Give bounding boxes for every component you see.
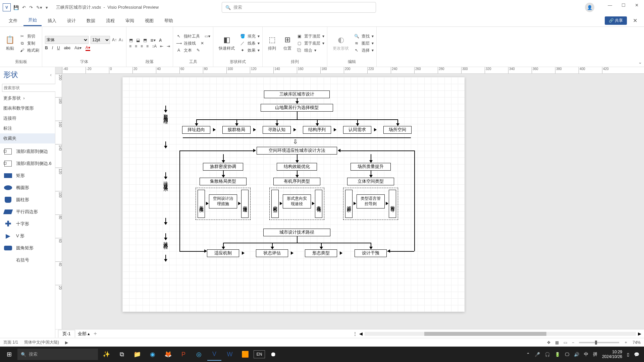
tab-data[interactable]: 数据 <box>82 16 100 26</box>
shape-item-tb1[interactable]: 顶部/底部到侧边 <box>2 145 53 158</box>
ime-en-icon[interactable]: EN <box>254 350 265 358</box>
quick-styles-button[interactable]: ◧快速样式 <box>216 34 237 53</box>
node-p-0[interactable]: 适应机制 <box>207 249 239 257</box>
font-color-button[interactable]: A▾ <box>86 45 90 51</box>
format-painter-button[interactable]: 🖌格式刷 <box>19 48 39 53</box>
collapse-ribbon-icon[interactable]: ✕ <box>630 16 640 25</box>
node-r1-3[interactable]: 结构序列 <box>303 126 331 134</box>
tab-file[interactable]: 文件 <box>4 16 22 26</box>
pointer-tool-button[interactable]: ↖指针工具 ▭▾ <box>176 34 210 39</box>
indent-inc-icon[interactable]: ⇥ <box>167 44 170 49</box>
scroll-menu-icon[interactable]: ⋮ <box>353 331 357 336</box>
taskbar-search[interactable]: 🔍搜索 <box>17 349 98 360</box>
effect-button[interactable]: ✦效果▾ <box>239 48 260 53</box>
maximize-icon[interactable]: ☐ <box>622 3 626 12</box>
justify-icon[interactable]: ≡ <box>146 44 149 49</box>
presentation-icon[interactable]: ▭ <box>564 340 567 345</box>
explorer-icon[interactable]: 📁 <box>130 348 144 361</box>
cut-button[interactable]: ✂剪切 <box>19 34 39 39</box>
copy-button[interactable]: ⧉复制 <box>19 41 39 46</box>
tray-notif-icon[interactable]: ▯ <box>627 352 629 357</box>
tab-design[interactable]: 设计 <box>62 16 80 26</box>
cell-b2-0[interactable]: 词汇分析 <box>345 190 353 218</box>
record-icon[interactable]: ⏺ <box>266 348 280 361</box>
shape-item-rect[interactable]: 矩形 <box>2 170 53 182</box>
cell-b0-2[interactable]: 密度治理 <box>241 190 249 218</box>
align-left-icon[interactable]: ≡ <box>129 44 131 49</box>
node-r1-0[interactable]: 择址趋向 <box>182 126 210 134</box>
font-family-select[interactable]: 宋体 <box>45 36 89 44</box>
node-b2-type[interactable]: 立体空间类型 <box>347 178 394 185</box>
powerpoint-icon[interactable]: P <box>176 348 191 361</box>
cat-favorites[interactable]: 收藏夹 <box>0 133 55 143</box>
tray-battery-icon[interactable]: 🔋 <box>555 352 560 357</box>
position-button[interactable]: ⊞位置 <box>281 34 294 53</box>
save-icon[interactable]: 💾 <box>13 5 19 10</box>
cell-b2-1[interactable]: 类型语言管控导则 <box>357 194 385 208</box>
underline-button[interactable]: U <box>57 46 60 50</box>
font-size-select[interactable]: 12pt <box>91 36 110 44</box>
align-top-icon[interactable]: ⬒ <box>129 38 133 43</box>
group-button[interactable]: ⿻组合▾ <box>296 48 324 53</box>
cell-b0-0[interactable]: 形态推演 <box>198 190 205 218</box>
status-lang[interactable]: 简体中文(中国大陆) <box>24 340 59 345</box>
node-path-hub[interactable]: 城市设计技术路径 <box>263 229 330 236</box>
firefox-icon[interactable]: 🦊 <box>161 348 175 361</box>
node-b0-head[interactable]: 族群密度协调 <box>203 163 243 171</box>
bold-button[interactable]: B <box>45 46 48 50</box>
search-box[interactable]: 🔍 搜索 <box>222 2 376 13</box>
user-avatar-icon[interactable]: 👤 <box>585 3 594 12</box>
tray-headset-icon[interactable]: 🎧 <box>545 352 550 357</box>
align-middle-icon[interactable]: ⬓ <box>136 38 140 43</box>
zoom-in-icon[interactable]: ＋ <box>624 340 628 345</box>
cell-b1-0[interactable]: 空间构型 <box>271 190 279 218</box>
tray-ime-pin[interactable]: 拼 <box>593 351 597 357</box>
ink-tool-icon[interactable]: ✎ <box>197 48 200 53</box>
tab-process[interactable]: 流程 <box>101 16 119 26</box>
node-b1-type[interactable]: 有机序列类型 <box>273 178 320 185</box>
cell-b2-2[interactable]: 管控引导 <box>389 190 396 218</box>
tab-view[interactable]: 视图 <box>140 16 158 26</box>
cat-more-shapes[interactable]: 更多形状 › <box>0 93 55 103</box>
tray-action-icon[interactable]: 💬 <box>634 352 639 357</box>
word-icon[interactable]: W <box>223 348 237 361</box>
collapse-panel-icon[interactable]: ‹ <box>50 72 52 77</box>
minimize-icon[interactable]: — <box>608 3 612 12</box>
increase-font-icon[interactable]: A↑ <box>112 38 117 42</box>
cell-b1-2[interactable]: 意向强化 <box>315 190 322 218</box>
fill-button[interactable]: 🪣填充▾ <box>239 34 260 39</box>
shape-item-cylinder[interactable]: 圆柱形 <box>2 194 53 206</box>
cat-charts[interactable]: 图表和数学图形 <box>0 103 55 113</box>
shape-item-round[interactable]: 圆角矩形 <box>2 242 53 254</box>
indent-dec-icon[interactable]: ⇤ <box>160 44 163 49</box>
macro-icon[interactable]: ▶ <box>65 340 68 345</box>
node-b0-type[interactable]: 集散格局类型 <box>200 178 247 185</box>
tray-chevron-icon[interactable]: ⌃ <box>526 352 530 357</box>
node-p-1[interactable]: 状态评估 <box>256 249 288 257</box>
zoom-slider[interactable] <box>579 342 619 343</box>
tray-clock[interactable]: 10:292024/10/26 <box>602 350 622 359</box>
node-p-3[interactable]: 设计干预 <box>355 249 387 257</box>
node-b2-head[interactable]: 场所质量提升 <box>351 163 391 171</box>
tab-insert[interactable]: 插入 <box>43 16 61 26</box>
delete-tool-icon[interactable]: ✕ <box>201 41 204 46</box>
cat-connectors[interactable]: 连接符 <box>0 113 55 123</box>
fit-icon[interactable]: ▦ <box>555 340 559 345</box>
page-tab-all[interactable]: 全部 ▴ <box>78 331 90 337</box>
task-view-icon[interactable]: ⧉ <box>115 348 129 361</box>
layer-button[interactable]: ≋图层▾ <box>354 41 374 46</box>
collapse-ribbon-chevron-icon[interactable]: ⌄ <box>638 60 642 65</box>
bullets-icon[interactable]: ≣▾ <box>150 38 156 43</box>
align-center-icon[interactable]: ≡ <box>135 44 137 49</box>
edge-icon[interactable]: ◉ <box>146 348 160 361</box>
cat-callouts[interactable]: 标注 <box>0 123 55 133</box>
scroll-left-icon[interactable]: ◀ <box>359 331 363 336</box>
node-r1-4[interactable]: 认同需求 <box>343 126 371 134</box>
node-title[interactable]: 三峡库区城市设计 <box>264 90 330 98</box>
connector-tool-button[interactable]: ⟶连接线 ✕ <box>176 41 210 46</box>
shape-item-cross[interactable]: ✚十字形 <box>2 218 53 230</box>
node-b1-head[interactable]: 结构效能优化 <box>277 163 317 171</box>
node-p-2[interactable]: 形态类型 <box>305 249 337 257</box>
node-r1-5[interactable]: 场所空间 <box>383 126 412 134</box>
node-r1-1[interactable]: 簇群格局 <box>222 126 251 134</box>
